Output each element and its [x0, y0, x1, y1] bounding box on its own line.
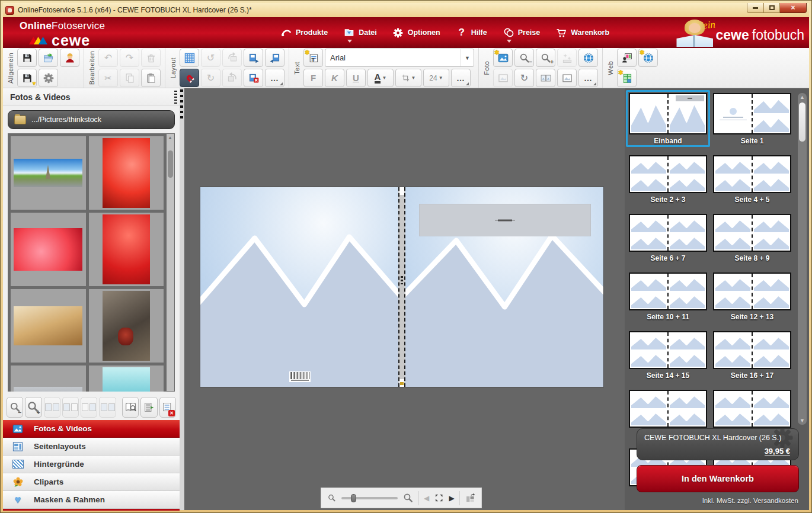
page-thumb-seite-12-13[interactable]: Seite 12 + 13 — [713, 272, 791, 321]
pages-scroll-up-icon[interactable]: ▲ — [800, 94, 805, 100]
menu-datei[interactable]: Datei — [343, 27, 377, 39]
photo-thumb-pink-flower[interactable] — [11, 213, 86, 286]
cover-title-placeholder[interactable] — [419, 204, 591, 236]
page-thumb-seite-1[interactable]: Seite 1 — [713, 93, 791, 145]
layout-switch-icon[interactable] — [465, 492, 475, 504]
delete-button[interactable] — [141, 49, 161, 67]
menu-optionen[interactable]: Optionen — [392, 27, 440, 39]
browse-book-button[interactable] — [122, 397, 139, 418]
photo-web-button[interactable] — [578, 49, 598, 67]
menu-preise[interactable]: Preise — [503, 27, 541, 39]
page-thumb-seite-8-9[interactable]: Seite 8 + 9 — [713, 214, 791, 262]
settings-button[interactable] — [39, 69, 58, 87]
page-thumb-seite-10-11[interactable]: Seite 10 + 11 — [629, 272, 707, 321]
pages-scroll-down-icon[interactable]: ▼ — [800, 418, 805, 424]
category-hintergruende[interactable]: Hintergründe — [3, 456, 180, 473]
photo-thumb-eiffel-tower[interactable] — [11, 136, 86, 210]
photo-crop-button[interactable] — [493, 69, 513, 87]
panel-splitter[interactable] — [180, 88, 184, 510]
redo-button[interactable]: ↷ — [120, 49, 139, 67]
add-to-cart-button[interactable]: In den Warenkorb — [637, 465, 799, 492]
text-fill-button[interactable]: ▼ — [395, 69, 421, 87]
category-cliparts[interactable]: Cliparts — [3, 473, 180, 491]
add-text-button[interactable]: ✱ — [303, 49, 323, 67]
zoom-slider[interactable] — [341, 497, 398, 499]
scrollbar-thumb[interactable] — [168, 150, 173, 178]
photo-grid-scrollbar[interactable]: ▲ — [167, 134, 174, 391]
page-thumb-seite-14-15[interactable]: Seite 14 + 15 — [629, 331, 707, 380]
bold-button[interactable]: F — [303, 69, 323, 87]
font-color-button[interactable]: A▼ — [367, 69, 394, 87]
fit-to-screen-icon[interactable] — [434, 492, 444, 504]
title-bar[interactable]: OnlineFotoservice 5.1.6 (x64) - CEWE FOT… — [3, 3, 809, 17]
photo-zoom-out-button[interactable]: − — [514, 49, 534, 67]
account-button[interactable] — [60, 49, 79, 67]
rotate-right-button[interactable]: ↻ — [201, 69, 220, 87]
maximize-button[interactable] — [764, 3, 780, 13]
open-button[interactable] — [39, 49, 58, 67]
page-thumb-seite-6-7[interactable]: Seite 6 + 7 — [629, 214, 707, 262]
pages-scrollbar[interactable]: ▲ ▼ — [798, 93, 807, 425]
web-avatar-button[interactable] — [617, 49, 637, 67]
photo-duplicate-frame-button[interactable] — [536, 69, 555, 87]
web-fotowelt-button[interactable]: ✱ — [617, 69, 637, 87]
pages-scrollbar-thumb[interactable] — [799, 102, 805, 142]
page-thumb-einband[interactable]: Einband — [629, 93, 707, 145]
zoom-out-icon[interactable] — [327, 493, 337, 503]
delete-pages-button[interactable] — [244, 69, 263, 87]
grid-button[interactable] — [180, 49, 199, 67]
paste-button[interactable] — [141, 69, 161, 87]
view-mode-left-button[interactable] — [62, 397, 79, 418]
insert-pages-button[interactable] — [244, 49, 263, 67]
save-button[interactable] — [17, 49, 37, 67]
editor-canvas[interactable]: ◀ ▶ — [184, 88, 625, 510]
folder-selector[interactable]: .../Pictures/thinkstock — [8, 110, 175, 129]
move-pages-button[interactable] — [265, 49, 284, 67]
thumb-zoom-out-button[interactable]: − — [7, 397, 23, 418]
snap-magnet-button[interactable] — [180, 69, 199, 87]
page-thumb-seite-16-17[interactable]: Seite 16 + 17 — [713, 331, 791, 380]
photo-thumb-red-flower-macro[interactable] — [89, 213, 164, 286]
view-mode-spread-button[interactable] — [99, 397, 116, 418]
page-thumb-seite-2-3[interactable]: Seite 2 + 3 — [629, 155, 707, 204]
rotate-left-button[interactable]: ↺ — [201, 49, 220, 67]
back-cover-page[interactable] — [200, 187, 398, 387]
prev-page-arrow[interactable]: ◀ — [424, 494, 429, 502]
next-page-arrow[interactable]: ▶ — [449, 494, 455, 502]
remove-used-button[interactable]: ✕ — [159, 397, 176, 418]
category-masken-rahmen[interactable]: ♥ Masken & Rahmen — [3, 491, 180, 509]
copy-button[interactable] — [120, 69, 139, 87]
close-button[interactable]: × — [780, 3, 807, 13]
photo-zoom-in-button[interactable]: + — [536, 49, 555, 67]
zoom-slider-knob[interactable] — [351, 494, 356, 502]
menu-warenkorb[interactable]: Warenkorb — [555, 27, 609, 39]
bring-forward-button[interactable] — [222, 69, 242, 87]
panel-grip-icon[interactable] — [174, 91, 177, 104]
underline-button[interactable]: U — [346, 69, 366, 87]
italic-button[interactable]: K — [325, 69, 344, 87]
book-spine[interactable] — [398, 187, 405, 387]
zoom-in-icon[interactable] — [402, 492, 414, 504]
photo-thumb-red-petals-drops[interactable] — [89, 136, 164, 210]
cut-button[interactable]: ✂ — [98, 69, 118, 87]
foto-more-button[interactable]: … — [578, 69, 598, 87]
add-photo-button[interactable]: ✱ — [493, 49, 513, 67]
photo-thumb-birds-silhouette[interactable] — [11, 365, 86, 392]
text-more-button[interactable]: … — [451, 69, 471, 87]
page-thumb-seite-4-5[interactable]: Seite 4 + 5 — [713, 155, 791, 204]
import-photos-button[interactable] — [140, 397, 157, 418]
font-dropdown-arrow[interactable]: ▼ — [461, 49, 474, 66]
menu-hilfe[interactable]: ? Hilfe — [456, 27, 487, 39]
photo-rotate-button[interactable]: ↻ — [514, 69, 534, 87]
font-family-select[interactable]: Arial ▼ — [325, 49, 474, 67]
category-seitenlayouts[interactable]: Seitenlayouts — [3, 438, 180, 456]
book-cover-spread[interactable] — [200, 187, 603, 387]
photo-frame-button[interactable] — [557, 69, 577, 87]
thumb-zoom-in-button[interactable]: + — [25, 397, 41, 418]
minimize-button[interactable] — [747, 3, 764, 13]
undo-button[interactable]: ↶ — [98, 49, 118, 67]
photo-thumb-prayer-beads[interactable] — [89, 289, 164, 363]
product-price-link[interactable]: 39,95 € — [765, 447, 790, 456]
save-as-button[interactable]: ▾ — [17, 69, 37, 87]
view-mode-right-button[interactable] — [81, 397, 97, 418]
